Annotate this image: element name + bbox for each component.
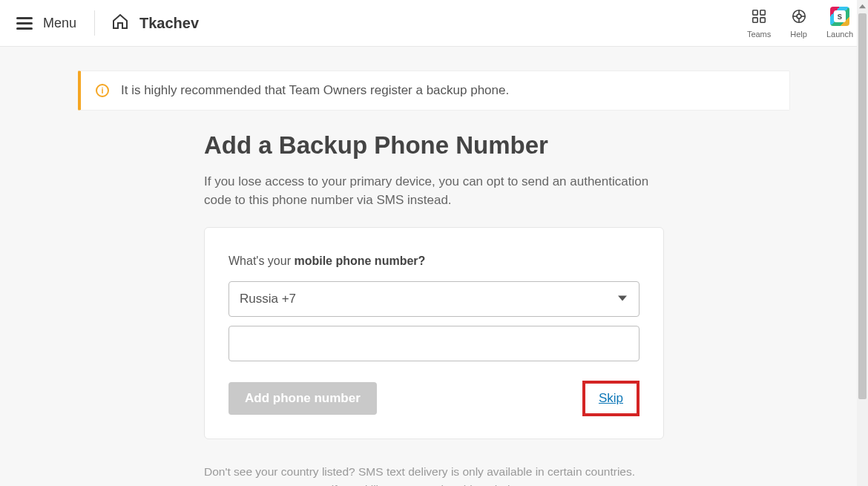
add-phone-button[interactable]: Add phone number: [228, 382, 377, 415]
scroll-up-icon: [857, 0, 868, 12]
svg-rect-3: [760, 18, 765, 22]
country-select[interactable]: Russia +7: [228, 281, 640, 317]
form-card: What's your mobile phone number? Russia …: [204, 227, 664, 439]
teams-label: Teams: [747, 30, 771, 39]
menu-label: Menu: [43, 16, 76, 31]
svg-rect-0: [753, 10, 757, 15]
info-icon: i: [96, 84, 109, 97]
skip-link[interactable]: Skip: [599, 391, 623, 405]
country-select-value: Russia +7: [240, 292, 296, 306]
vertical-scrollbar[interactable]: [857, 0, 868, 486]
svg-rect-2: [753, 18, 757, 22]
launch-icon: s: [830, 7, 849, 25]
caret-down-icon: [618, 292, 627, 306]
launch-button[interactable]: s Launch: [826, 7, 853, 39]
phone-input[interactable]: [228, 326, 640, 361]
menu-button[interactable]: Menu: [16, 14, 76, 33]
launch-label: Launch: [826, 30, 853, 39]
form-actions: Add phone number Skip: [228, 381, 640, 416]
field-label: What's your mobile phone number?: [228, 255, 640, 268]
home-icon: [111, 13, 129, 33]
page-title: Add a Backup Phone Number: [204, 131, 664, 160]
help-icon: [791, 7, 807, 25]
svg-rect-1: [760, 10, 765, 15]
alert-text: It is highly recommended that Team Owner…: [121, 83, 509, 98]
page-body: i It is highly recommended that Team Own…: [0, 47, 868, 486]
footer-note: Don't see your country listed? SMS text …: [204, 463, 664, 486]
skip-highlight: Skip: [582, 381, 640, 416]
help-button[interactable]: Help: [790, 7, 807, 39]
teams-button[interactable]: Teams: [747, 7, 771, 39]
scroll-thumb[interactable]: [858, 13, 867, 399]
help-label: Help: [790, 30, 807, 39]
page-description: If you lose access to your primary devic…: [204, 173, 664, 209]
open-request-link[interactable]: open a request: [249, 483, 325, 486]
home-button[interactable]: Tkachev: [111, 13, 199, 33]
info-alert: i It is highly recommended that Team Own…: [78, 70, 790, 111]
main-column: Add a Backup Phone Number If you lose ac…: [204, 131, 664, 486]
topbar: Menu Tkachev Teams Help s Launch: [0, 0, 868, 47]
divider: [94, 10, 95, 36]
team-name: Tkachev: [139, 15, 199, 32]
hamburger-icon: [16, 14, 33, 33]
topbar-actions: Teams Help s Launch: [747, 7, 853, 39]
svg-point-5: [797, 14, 801, 19]
grid-icon: [751, 7, 767, 25]
